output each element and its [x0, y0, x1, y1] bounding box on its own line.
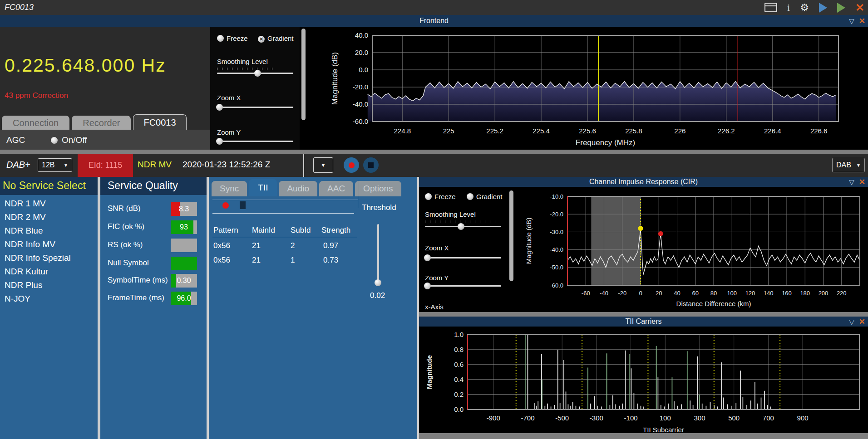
ensemble-id-text: EId: 1115	[89, 161, 122, 170]
service-list-panel: No Service Select NDR 1 MV NDR 2 MV NDR …	[0, 177, 98, 439]
quality-row-label: Null Symbol	[108, 259, 149, 268]
ensemble-id-badge: EId: 1115	[78, 154, 133, 177]
freeze-radio[interactable]	[217, 35, 224, 42]
gradient-radio[interactable]	[258, 36, 265, 43]
smoothing-slider[interactable]	[425, 226, 501, 227]
tab-sync[interactable]: Sync	[212, 181, 247, 196]
zoom-y-slider[interactable]	[217, 141, 293, 142]
zoom-y-slider-handle[interactable]	[216, 138, 223, 145]
panel-close-icon[interactable]: ✕	[859, 178, 865, 186]
collapse-icon[interactable]: ▽	[849, 318, 854, 325]
channel-select[interactable]: 12B ▼	[38, 158, 72, 172]
gradient-radio[interactable]	[467, 193, 473, 200]
zoom-x-label: Zoom X	[217, 94, 241, 102]
service-item[interactable]: NDR Blue	[0, 224, 98, 238]
svg-text:-40.0: -40.0	[550, 246, 563, 253]
zoom-x-slider[interactable]	[217, 107, 293, 108]
stop-button[interactable]	[363, 157, 379, 173]
divider	[419, 433, 868, 439]
tab-fc0013[interactable]: FC0013	[133, 114, 186, 131]
svg-text:-500: -500	[555, 414, 569, 422]
svg-text:0.6: 0.6	[454, 361, 464, 368]
service-item[interactable]: N-JOY	[0, 292, 98, 306]
tab-connection[interactable]: Connection	[2, 116, 69, 131]
service-quality-header: Service Quality	[100, 177, 207, 195]
tii-carriers-plot: -900-700-500-300-1001003005007009000.00.…	[419, 327, 868, 433]
spectrum-controls: Freeze Gradient Smoothing Level Zoom X Z…	[210, 27, 300, 150]
gear-icon[interactable]: ⚙	[800, 3, 809, 13]
window-icon[interactable]	[764, 3, 777, 12]
channel-value: 12B	[42, 161, 54, 169]
zoom-x-slider-handle[interactable]	[216, 104, 223, 111]
quality-value: 8.3	[171, 202, 197, 216]
threshold-value: 0.02	[370, 291, 385, 300]
stop-icon[interactable]	[240, 201, 246, 209]
panel-close-icon[interactable]: ✕	[859, 17, 865, 25]
tii-carriers-title: TII Carriers	[626, 317, 662, 326]
threshold-slider[interactable]	[377, 224, 379, 286]
svg-text:160: 160	[782, 290, 792, 297]
record-options-dropdown[interactable]: ▼	[313, 157, 333, 173]
freeze-label: Freeze	[434, 193, 456, 200]
svg-text:225.8: 225.8	[625, 127, 642, 135]
play-icon[interactable]	[819, 3, 827, 13]
title-bar: FC0013 i ⚙ ✕	[0, 0, 868, 15]
info-icon[interactable]: i	[787, 3, 790, 13]
tab-options[interactable]: Options	[355, 181, 401, 196]
title-bar-icons: i ⚙ ✕	[764, 0, 864, 15]
svg-text:0: 0	[639, 290, 642, 297]
service-item[interactable]: NDR Kultur	[0, 265, 98, 278]
tab-recorder[interactable]: Recorder	[72, 116, 131, 131]
service-item[interactable]: NDR Info MV	[0, 238, 98, 251]
divider	[419, 312, 868, 317]
service-item[interactable]: NDR Info Spezial	[0, 251, 98, 265]
smoothing-slider-handle[interactable]	[458, 223, 464, 230]
stop-icon	[368, 162, 374, 168]
cell: 2	[291, 241, 295, 250]
play-alt-icon[interactable]	[837, 3, 845, 13]
svg-text:Magnitude (dB): Magnitude (dB)	[525, 218, 533, 264]
collapse-icon[interactable]: ▽	[849, 18, 854, 24]
smoothing-slider[interactable]	[217, 73, 293, 74]
cell: 0x56	[213, 241, 230, 250]
record-icon[interactable]	[222, 202, 229, 209]
collapse-icon[interactable]: ▽	[849, 179, 854, 185]
ensemble-name: NDR MV	[138, 160, 172, 170]
chevron-down-icon: ▼	[856, 163, 861, 168]
tab-audio[interactable]: Audio	[279, 181, 317, 196]
cir-controls-scrollbar[interactable]	[509, 190, 513, 281]
cell: 0.97	[323, 241, 338, 250]
decoder-panel: Sync TII Audio AAC Options Pattern MainI…	[209, 177, 417, 439]
svg-text:900: 900	[797, 414, 809, 422]
zoom-x-slider-handle[interactable]	[424, 254, 431, 261]
service-item[interactable]: NDR Plus	[0, 278, 98, 292]
tuner-tabs: Connection Recorder FC0013	[2, 114, 187, 131]
threshold-slider-handle[interactable]	[375, 279, 381, 286]
service-quality-title: Service Quality	[108, 180, 178, 192]
tab-aac[interactable]: AAC	[319, 181, 353, 196]
col-mainid: MainId	[252, 226, 275, 235]
panel-close-icon[interactable]: ✕	[859, 318, 865, 326]
service-item[interactable]: NDR 1 MV	[0, 197, 98, 210]
smoothing-slider-handle[interactable]	[254, 70, 261, 77]
divider	[212, 213, 354, 214]
quality-row-label: FIC (ok %)	[108, 222, 144, 231]
zoom-y-slider-handle[interactable]	[424, 283, 431, 289]
tab-tii[interactable]: TII	[249, 179, 277, 196]
zoom-y-slider[interactable]	[425, 285, 501, 287]
spectrum-controls-scrollbar[interactable]	[301, 29, 306, 120]
agc-radio[interactable]	[51, 137, 58, 144]
freeze-radio[interactable]	[425, 193, 432, 200]
close-icon[interactable]: ✕	[855, 2, 864, 13]
service-item[interactable]: NDR 2 MV	[0, 210, 98, 224]
cell: 21	[252, 241, 261, 250]
zoom-x-slider[interactable]	[425, 257, 501, 259]
record-button[interactable]	[344, 157, 359, 173]
tii-carriers-panel-header: TII Carriers ▽ ✕	[419, 317, 868, 327]
output-mode-select[interactable]: DAB ▼	[832, 158, 865, 172]
service-list: NDR 1 MV NDR 2 MV NDR Blue NDR Info MV N…	[0, 197, 98, 306]
threshold-label: Threshold	[362, 203, 396, 212]
svg-text:226.6: 226.6	[810, 127, 828, 135]
service-quality-panel: Service Quality SNR (dB)8.3FIC (ok %)93R…	[100, 177, 207, 439]
zoom-x-label: Zoom X	[425, 244, 449, 252]
